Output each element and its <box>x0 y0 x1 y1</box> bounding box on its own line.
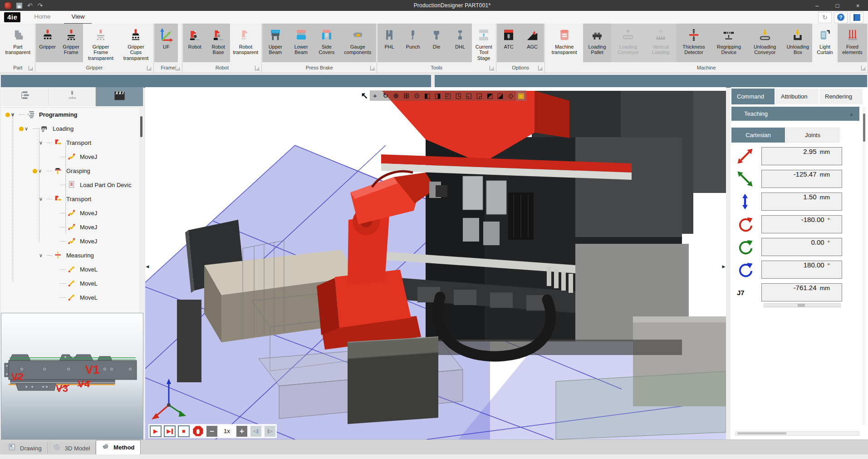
help-icon[interactable]: ? <box>834 12 848 23</box>
ribbon-button-robot[interactable]: Robot <box>183 24 206 62</box>
refresh-icon[interactable]: ↻ <box>818 12 832 23</box>
app-logo[interactable]: 4ie <box>4 12 20 22</box>
play-button[interactable]: ▶ <box>150 425 162 437</box>
coordinate-value-field[interactable]: -761.24mm <box>761 283 842 301</box>
ribbon-button-machine-transparent[interactable]: Machine transparent <box>545 24 583 62</box>
ribbon-button-vertical-loading[interactable]: Vertical Loading <box>645 24 676 62</box>
left-panel-tab-structure[interactable] <box>1 87 49 106</box>
select-icon[interactable]: ↖ <box>359 90 370 101</box>
tree-expander[interactable]: ∨ <box>33 140 46 145</box>
undo-icon[interactable]: ↶ <box>27 2 33 9</box>
view-bottom-icon[interactable]: ◲ <box>474 90 485 101</box>
right-panel-hscrollbar[interactable] <box>735 431 859 436</box>
zoom-fit-icon[interactable]: ⊙ <box>412 90 422 101</box>
tree-item-transport[interactable]: ∨Transport <box>1 192 143 206</box>
coordinate-value-field[interactable]: 0.00° <box>761 238 842 256</box>
ribbon-button-current-tool-stage[interactable]: Current Tool Stage <box>472 24 495 62</box>
tree-expander[interactable]: ∨ <box>33 253 46 258</box>
orbit-icon[interactable]: ↻ <box>380 90 391 101</box>
right-tab-command[interactable]: Command <box>731 89 775 104</box>
speed-down-button[interactable]: – <box>206 426 217 437</box>
ribbon-button-uf[interactable]: UF <box>154 24 178 62</box>
right-tab-attribution[interactable]: Attribution <box>775 89 819 104</box>
document-tab-method[interactable]: Method <box>96 440 140 454</box>
ribbon-button-side-covers[interactable]: Side Covers <box>314 24 339 62</box>
view-top-icon[interactable]: ◱ <box>464 90 474 101</box>
manual-icon[interactable] <box>850 12 863 23</box>
view-back-icon[interactable]: ◳ <box>453 90 464 101</box>
save-icon[interactable] <box>16 3 22 9</box>
ribbon-button-lower-beam[interactable]: Lower Beam <box>288 24 314 62</box>
minimize-button[interactable]: – <box>807 0 827 11</box>
tree-item-grasping[interactable]: ∨Grasping <box>1 164 143 178</box>
tree-item-loading[interactable]: ∨Loading <box>1 122 143 136</box>
ribbon-button-fixed-elements[interactable]: Fixed elements <box>838 24 867 62</box>
pan-icon[interactable]: + <box>370 90 380 101</box>
tree-item-movej[interactable]: MoveJ <box>1 150 143 164</box>
ribbon-button-robot-base[interactable]: Robot Base <box>206 24 230 62</box>
document-tab-drawing[interactable]: Drawing <box>3 442 48 454</box>
tree-expander[interactable]: ∨ <box>33 197 46 202</box>
ribbon-button-phl[interactable]: PHL <box>378 24 401 62</box>
dialog-launcher-icon[interactable] <box>147 66 152 70</box>
speed-display[interactable]: 1x <box>220 426 234 437</box>
dialog-launcher-icon[interactable] <box>29 66 33 70</box>
view-left-icon[interactable]: ◧ <box>422 90 432 101</box>
view-iso2-icon[interactable]: ◪ <box>495 90 505 101</box>
coordinate-value-field[interactable]: 2.95mm <box>761 147 842 165</box>
tree-item-load-part-on-devic[interactable]: Load Part On Devic <box>1 178 143 192</box>
right-panel-vscrollbar[interactable] <box>863 107 866 425</box>
ribbon-tab-view[interactable]: View <box>64 10 92 25</box>
ribbon-button-light-curtain[interactable]: Light Curtain <box>812 24 838 62</box>
skip-back-button[interactable]: ◁| <box>250 426 261 437</box>
tree-scrollbar[interactable] <box>139 108 143 323</box>
ribbon-button-thickness-detector[interactable]: Thickness Detector <box>676 24 712 62</box>
stop-button[interactable]: ■ <box>178 425 190 437</box>
tree-item-movej[interactable]: MoveJ <box>1 234 143 248</box>
tree-item-movel[interactable]: MoveL <box>1 276 143 291</box>
coordinate-value-field[interactable]: 1.50mm <box>761 192 842 211</box>
dialog-launcher-icon[interactable] <box>861 66 866 70</box>
ribbon-button-part-transparent[interactable]: Part transparent <box>1 24 34 62</box>
left-panel-tab-process[interactable] <box>49 87 96 106</box>
ribbon-button-gripper-frame-transparent[interactable]: Gripper Frame transparent <box>83 24 119 62</box>
3d-viewport[interactable]: ↖+↻⊕⊞⊙◧◨◰◳◱◲◩◪◇▣ ◀ ▶ ▶▶■–1x+◁||▷ <box>145 87 726 439</box>
skip-forward-button[interactable]: |▷ <box>265 426 275 437</box>
ribbon-button-upper-beam[interactable]: Upper Beam <box>262 24 288 62</box>
collapse-right-panel-handle[interactable]: ▶ <box>721 261 726 272</box>
ribbon-button-agc[interactable]: AGC <box>520 24 544 62</box>
ribbon-button-die[interactable]: Die <box>425 24 448 62</box>
zoom-in-icon[interactable]: ⊕ <box>391 90 401 101</box>
dialog-launcher-icon[interactable] <box>538 66 543 70</box>
tree-item-movej[interactable]: MoveJ <box>1 220 143 234</box>
ribbon-button-gripper-frame[interactable]: Gripper Frame <box>59 24 83 62</box>
tree-item-movel[interactable]: MoveL <box>1 262 143 276</box>
slider-thumb[interactable] <box>798 304 805 307</box>
ribbon-button-dhl[interactable]: DHL <box>448 24 472 62</box>
ribbon-button-loading-pallet[interactable]: Loading Pallet <box>583 24 611 62</box>
emergency-stop-button[interactable] <box>192 425 204 437</box>
ribbon-tab-home[interactable]: Home <box>27 10 58 23</box>
tree-item-movej[interactable]: MoveJ <box>1 206 143 220</box>
ribbon-button-atc[interactable]: ATC <box>497 24 520 62</box>
view-front-icon[interactable]: ◰ <box>443 90 453 101</box>
step-forward-button[interactable]: ▶ <box>164 425 176 437</box>
dialog-launcher-icon[interactable] <box>176 66 180 70</box>
perspective-icon[interactable]: ◇ <box>505 90 516 101</box>
teaching-section-header[interactable]: Teaching ▲ <box>731 107 859 121</box>
tree-item-transport[interactable]: ∨Transport <box>1 136 143 150</box>
left-panel-tab-method[interactable] <box>96 87 143 106</box>
mode-tab-joints[interactable]: Joints <box>786 128 839 143</box>
ribbon-button-gripper-cups-transparent[interactable]: Gripper Cups transparent <box>119 24 153 62</box>
mode-tab-cartesian[interactable]: Cartesian <box>731 128 785 143</box>
coordinate-value-field[interactable]: -180.00° <box>761 215 842 233</box>
dialog-launcher-icon[interactable] <box>490 66 494 70</box>
speed-up-button[interactable]: + <box>236 426 247 437</box>
close-button[interactable]: × <box>848 0 868 11</box>
redo-icon[interactable]: ↷ <box>38 2 43 9</box>
view-iso1-icon[interactable]: ◩ <box>485 90 495 101</box>
ribbon-button-loading-conveyor[interactable]: Loading Conveyor <box>611 24 645 62</box>
j7-slider[interactable] <box>764 303 841 307</box>
document-tab-3d-model[interactable]: 3D Model <box>48 442 96 454</box>
ribbon-button-gripper[interactable]: Gripper <box>36 24 59 62</box>
